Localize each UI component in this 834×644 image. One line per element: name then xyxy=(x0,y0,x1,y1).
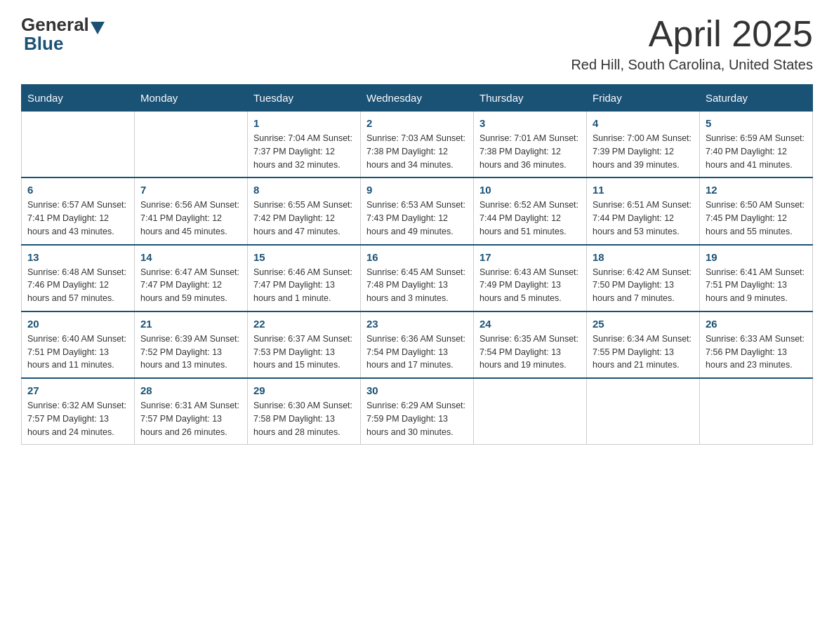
calendar-cell: 14Sunrise: 6:47 AM Sunset: 7:47 PM Dayli… xyxy=(135,245,248,311)
day-of-week-header: Thursday xyxy=(474,85,587,112)
calendar-cell: 27Sunrise: 6:32 AM Sunset: 7:57 PM Dayli… xyxy=(22,378,135,445)
calendar-cell: 7Sunrise: 6:56 AM Sunset: 7:41 PM Daylig… xyxy=(135,177,248,244)
day-number: 17 xyxy=(479,251,581,263)
logo-arrow-icon xyxy=(91,22,105,34)
day-number: 9 xyxy=(366,184,468,196)
calendar-cell: 19Sunrise: 6:41 AM Sunset: 7:51 PM Dayli… xyxy=(700,245,813,311)
day-info: Sunrise: 6:42 AM Sunset: 7:50 PM Dayligh… xyxy=(593,266,694,305)
calendar-cell: 21Sunrise: 6:39 AM Sunset: 7:52 PM Dayli… xyxy=(135,311,248,378)
calendar-cell: 11Sunrise: 6:51 AM Sunset: 7:44 PM Dayli… xyxy=(587,177,700,244)
calendar-cell: 10Sunrise: 6:52 AM Sunset: 7:44 PM Dayli… xyxy=(474,177,587,244)
day-number: 20 xyxy=(27,318,128,330)
day-number: 21 xyxy=(140,318,241,330)
calendar-cell: 12Sunrise: 6:50 AM Sunset: 7:45 PM Dayli… xyxy=(700,177,813,244)
day-of-week-header: Friday xyxy=(587,85,700,112)
calendar-cell xyxy=(135,112,248,178)
day-of-week-header: Tuesday xyxy=(248,85,361,112)
calendar-table: SundayMondayTuesdayWednesdayThursdayFrid… xyxy=(21,84,813,445)
day-number: 25 xyxy=(593,318,694,330)
day-number: 23 xyxy=(366,318,468,330)
day-number: 16 xyxy=(366,251,468,263)
day-info: Sunrise: 6:48 AM Sunset: 7:46 PM Dayligh… xyxy=(27,266,128,305)
calendar-cell: 25Sunrise: 6:34 AM Sunset: 7:55 PM Dayli… xyxy=(587,311,700,378)
calendar-header-row: SundayMondayTuesdayWednesdayThursdayFrid… xyxy=(22,85,813,112)
calendar-week-row: 27Sunrise: 6:32 AM Sunset: 7:57 PM Dayli… xyxy=(22,378,813,445)
day-of-week-header: Sunday xyxy=(22,85,135,112)
calendar-cell: 15Sunrise: 6:46 AM Sunset: 7:47 PM Dayli… xyxy=(248,245,361,311)
day-of-week-header: Wednesday xyxy=(361,85,474,112)
calendar-cell: 9Sunrise: 6:53 AM Sunset: 7:43 PM Daylig… xyxy=(361,177,474,244)
day-number: 26 xyxy=(706,318,807,330)
calendar-week-row: 6Sunrise: 6:57 AM Sunset: 7:41 PM Daylig… xyxy=(22,177,813,244)
day-info: Sunrise: 7:03 AM Sunset: 7:38 PM Dayligh… xyxy=(366,132,468,171)
day-info: Sunrise: 6:34 AM Sunset: 7:55 PM Dayligh… xyxy=(593,333,694,372)
day-number: 29 xyxy=(253,384,355,396)
day-info: Sunrise: 6:59 AM Sunset: 7:40 PM Dayligh… xyxy=(706,132,807,171)
calendar-cell: 8Sunrise: 6:55 AM Sunset: 7:42 PM Daylig… xyxy=(248,177,361,244)
day-number: 24 xyxy=(479,318,581,330)
calendar-cell xyxy=(22,112,135,178)
day-info: Sunrise: 6:32 AM Sunset: 7:57 PM Dayligh… xyxy=(27,399,128,438)
day-info: Sunrise: 6:30 AM Sunset: 7:58 PM Dayligh… xyxy=(253,399,355,438)
day-info: Sunrise: 7:01 AM Sunset: 7:38 PM Dayligh… xyxy=(479,132,581,171)
day-info: Sunrise: 6:29 AM Sunset: 7:59 PM Dayligh… xyxy=(366,399,468,438)
logo-blue-text: Blue xyxy=(21,33,63,55)
day-number: 10 xyxy=(479,184,581,196)
day-info: Sunrise: 6:41 AM Sunset: 7:51 PM Dayligh… xyxy=(706,266,807,305)
calendar-cell: 16Sunrise: 6:45 AM Sunset: 7:48 PM Dayli… xyxy=(361,245,474,311)
day-info: Sunrise: 6:52 AM Sunset: 7:44 PM Dayligh… xyxy=(479,199,581,238)
day-number: 18 xyxy=(593,251,694,263)
day-info: Sunrise: 6:45 AM Sunset: 7:48 PM Dayligh… xyxy=(366,266,468,305)
calendar-cell: 13Sunrise: 6:48 AM Sunset: 7:46 PM Dayli… xyxy=(22,245,135,311)
day-info: Sunrise: 6:37 AM Sunset: 7:53 PM Dayligh… xyxy=(253,333,355,372)
day-of-week-header: Monday xyxy=(135,85,248,112)
day-info: Sunrise: 7:00 AM Sunset: 7:39 PM Dayligh… xyxy=(593,132,694,171)
calendar-cell: 5Sunrise: 6:59 AM Sunset: 7:40 PM Daylig… xyxy=(700,112,813,178)
day-number: 28 xyxy=(140,384,241,396)
day-number: 12 xyxy=(706,184,807,196)
day-info: Sunrise: 6:47 AM Sunset: 7:47 PM Dayligh… xyxy=(140,266,241,305)
day-number: 11 xyxy=(593,184,694,196)
logo: General Blue xyxy=(21,14,106,55)
calendar-cell xyxy=(474,378,587,445)
day-number: 6 xyxy=(27,184,128,196)
day-number: 4 xyxy=(593,117,694,129)
day-info: Sunrise: 6:46 AM Sunset: 7:47 PM Dayligh… xyxy=(253,266,355,305)
calendar-cell: 23Sunrise: 6:36 AM Sunset: 7:54 PM Dayli… xyxy=(361,311,474,378)
calendar-cell: 30Sunrise: 6:29 AM Sunset: 7:59 PM Dayli… xyxy=(361,378,474,445)
page-header: General Blue April 2025 Red Hill, South … xyxy=(21,14,813,73)
calendar-cell: 6Sunrise: 6:57 AM Sunset: 7:41 PM Daylig… xyxy=(22,177,135,244)
day-number: 13 xyxy=(27,251,128,263)
day-info: Sunrise: 6:53 AM Sunset: 7:43 PM Dayligh… xyxy=(366,199,468,238)
calendar-cell: 26Sunrise: 6:33 AM Sunset: 7:56 PM Dayli… xyxy=(700,311,813,378)
day-info: Sunrise: 6:43 AM Sunset: 7:49 PM Dayligh… xyxy=(479,266,581,305)
calendar-cell: 20Sunrise: 6:40 AM Sunset: 7:51 PM Dayli… xyxy=(22,311,135,378)
day-number: 15 xyxy=(253,251,355,263)
calendar-cell: 2Sunrise: 7:03 AM Sunset: 7:38 PM Daylig… xyxy=(361,112,474,178)
day-info: Sunrise: 6:36 AM Sunset: 7:54 PM Dayligh… xyxy=(366,333,468,372)
title-section: April 2025 Red Hill, South Carolina, Uni… xyxy=(571,14,813,73)
day-number: 22 xyxy=(253,318,355,330)
day-info: Sunrise: 6:51 AM Sunset: 7:44 PM Dayligh… xyxy=(593,199,694,238)
calendar-cell: 17Sunrise: 6:43 AM Sunset: 7:49 PM Dayli… xyxy=(474,245,587,311)
day-info: Sunrise: 6:40 AM Sunset: 7:51 PM Dayligh… xyxy=(27,333,128,372)
day-info: Sunrise: 6:57 AM Sunset: 7:41 PM Dayligh… xyxy=(27,199,128,238)
day-number: 8 xyxy=(253,184,355,196)
calendar-cell: 28Sunrise: 6:31 AM Sunset: 7:57 PM Dayli… xyxy=(135,378,248,445)
day-of-week-header: Saturday xyxy=(700,85,813,112)
day-number: 7 xyxy=(140,184,241,196)
calendar-week-row: 13Sunrise: 6:48 AM Sunset: 7:46 PM Dayli… xyxy=(22,245,813,311)
day-info: Sunrise: 6:39 AM Sunset: 7:52 PM Dayligh… xyxy=(140,333,241,372)
calendar-cell xyxy=(700,378,813,445)
day-info: Sunrise: 6:31 AM Sunset: 7:57 PM Dayligh… xyxy=(140,399,241,438)
day-number: 27 xyxy=(27,384,128,396)
day-number: 19 xyxy=(706,251,807,263)
calendar-cell xyxy=(587,378,700,445)
calendar-week-row: 20Sunrise: 6:40 AM Sunset: 7:51 PM Dayli… xyxy=(22,311,813,378)
calendar-cell: 22Sunrise: 6:37 AM Sunset: 7:53 PM Dayli… xyxy=(248,311,361,378)
location-text: Red Hill, South Carolina, United States xyxy=(571,57,813,73)
calendar-cell: 29Sunrise: 6:30 AM Sunset: 7:58 PM Dayli… xyxy=(248,378,361,445)
day-info: Sunrise: 6:33 AM Sunset: 7:56 PM Dayligh… xyxy=(706,333,807,372)
calendar-week-row: 1Sunrise: 7:04 AM Sunset: 7:37 PM Daylig… xyxy=(22,112,813,178)
calendar-cell: 18Sunrise: 6:42 AM Sunset: 7:50 PM Dayli… xyxy=(587,245,700,311)
